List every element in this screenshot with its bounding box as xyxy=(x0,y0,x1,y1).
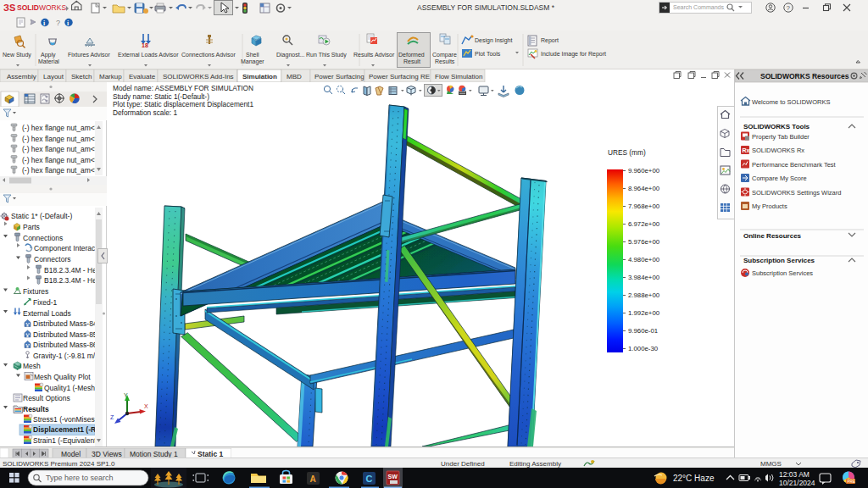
svg-text:SOLIDWORKS Resources: SOLIDWORKS Resources xyxy=(760,72,849,80)
svg-text:1.992e+00: 1.992e+00 xyxy=(628,309,660,317)
svg-text:Flow Simulation: Flow Simulation xyxy=(435,73,482,80)
svg-text:External Loads: External Loads xyxy=(23,309,71,318)
svg-text:Results: Results xyxy=(435,58,455,64)
svg-text:SOLIDWORKS: SOLIDWORKS xyxy=(17,3,66,12)
svg-text:SW: SW xyxy=(388,474,398,480)
svg-text:Static 1: Static 1 xyxy=(198,450,224,458)
svg-text:8.964e+00: 8.964e+00 xyxy=(628,185,660,192)
svg-text:Result Options: Result Options xyxy=(23,394,70,402)
svg-text:Property Tab Builder: Property Tab Builder xyxy=(752,133,810,141)
svg-text:Assembly: Assembly xyxy=(7,73,36,80)
svg-text:SOLIDWORKS Tools: SOLIDWORKS Tools xyxy=(743,123,810,130)
svg-text:Fixed-1: Fixed-1 xyxy=(33,298,58,307)
svg-text:B18.2.3.4M - Hex: B18.2.3.4M - Hex xyxy=(44,276,101,285)
svg-text:Connections Advisor: Connections Advisor xyxy=(181,52,236,58)
svg-text:Results Advisor: Results Advisor xyxy=(353,52,395,58)
svg-text:Component Interactic: Component Interactic xyxy=(34,244,103,252)
svg-text:Parts: Parts xyxy=(23,223,40,231)
svg-text:Simulation: Simulation xyxy=(242,73,277,80)
svg-text:Distributed Mass-85: Distributed Mass-85 xyxy=(33,330,97,339)
svg-text:Performance Benchmark Test: Performance Benchmark Test xyxy=(752,161,837,169)
svg-text:B18.2.3.4M - Hex: B18.2.3.4M - Hex xyxy=(44,266,101,274)
svg-text:Compare My Score: Compare My Score xyxy=(752,175,807,182)
svg-text:Plot Tools: Plot Tools xyxy=(475,51,501,57)
svg-text:MBD: MBD xyxy=(287,73,302,80)
svg-text:Static 1* (-Default-): Static 1* (-Default-) xyxy=(11,212,72,220)
svg-text:Subscription Services: Subscription Services xyxy=(743,257,815,264)
svg-text:(-) hex flange nut_am<9:: (-) hex flange nut_am<9: xyxy=(22,166,101,175)
svg-text:4.980e+00: 4.980e+00 xyxy=(628,256,660,263)
svg-text:External Loads Advisor: External Loads Advisor xyxy=(118,52,179,58)
svg-text:9.960e-01: 9.960e-01 xyxy=(628,327,658,335)
svg-text:Sketch: Sketch xyxy=(71,73,92,80)
svg-text:Manager: Manager xyxy=(241,58,264,65)
svg-text:Layout: Layout xyxy=(43,73,64,80)
svg-text:Stress1 (-vonMises-): Stress1 (-vonMises-) xyxy=(33,415,100,424)
svg-text:1.000e-30: 1.000e-30 xyxy=(628,345,659,352)
svg-text:3D Views: 3D Views xyxy=(92,450,122,458)
svg-text:Rx: Rx xyxy=(743,147,750,153)
svg-text:Mesh: Mesh xyxy=(23,362,41,370)
svg-text:Motion Study 1: Motion Study 1 xyxy=(130,450,178,458)
svg-text:6.972e+00: 6.972e+00 xyxy=(628,220,660,228)
svg-text:(-) hex flange nut_am<9': (-) hex flange nut_am<9' xyxy=(22,145,100,153)
svg-text:Apply: Apply xyxy=(41,52,56,58)
svg-text:Run This Study: Run This Study xyxy=(306,52,347,58)
svg-text:Markup: Markup xyxy=(99,73,122,80)
svg-text:Model: Model xyxy=(61,450,81,458)
svg-text:New Study: New Study xyxy=(3,52,31,58)
svg-text:Type here to search: Type here to search xyxy=(46,474,114,482)
svg-text:Result: Result xyxy=(403,58,420,64)
svg-text:Distributed Mass-86: Distributed Mass-86 xyxy=(33,341,97,349)
svg-text:Gravity-1 (:-9.81 m/s²: Gravity-1 (:-9.81 m/s² xyxy=(33,352,101,360)
svg-text:Diagnost...: Diagnost... xyxy=(276,52,305,58)
svg-text:ЗS: ЗS xyxy=(3,3,15,13)
svg-text:Y: Y xyxy=(124,392,128,398)
svg-text:Distributed Mass-84: Distributed Mass-84 xyxy=(33,319,97,328)
svg-text:SOLIDWORKS Rx: SOLIDWORKS Rx xyxy=(752,147,804,154)
svg-text:Deformation scale: 1: Deformation scale: 1 xyxy=(113,108,177,117)
svg-text:Results: Results xyxy=(23,405,49,413)
svg-text:12:03 AM: 12:03 AM xyxy=(779,470,810,479)
svg-text:Material: Material xyxy=(38,58,59,64)
svg-text:10/21/2024: 10/21/2024 xyxy=(779,479,815,487)
svg-text:Shell: Shell xyxy=(246,52,259,58)
svg-text:Fixtures Advisor: Fixtures Advisor xyxy=(68,52,110,58)
svg-text:URES (mm): URES (mm) xyxy=(608,148,646,157)
svg-text:Quality1 (-Mesh-): Quality1 (-Mesh-) xyxy=(44,384,100,392)
svg-text:Displacement1 (-Re: Displacement1 (-Re xyxy=(33,425,100,434)
svg-text:(-) hex flange nut_am<9;: (-) hex flange nut_am<9; xyxy=(22,156,101,164)
svg-text:C: C xyxy=(366,474,373,484)
svg-text:Online Resources: Online Resources xyxy=(743,232,802,240)
svg-text:Model name: ASSEMBLY FOR SIMUL: Model name: ASSEMBLY FOR SIMULATION xyxy=(113,84,253,92)
svg-text:7.968e+00: 7.968e+00 xyxy=(628,202,660,210)
svg-text:My Products: My Products xyxy=(752,202,787,210)
svg-text:SOLIDWORKS Add-Ins: SOLIDWORKS Add-Ins xyxy=(163,73,234,80)
svg-text:Subscription Services: Subscription Services xyxy=(752,269,813,277)
svg-text:9.960e+00: 9.960e+00 xyxy=(628,167,660,175)
svg-text:Include Image for Report: Include Image for Report xyxy=(541,51,606,58)
svg-text:Mesh Quality Plot: Mesh Quality Plot xyxy=(34,373,91,381)
svg-text:Report: Report xyxy=(541,37,559,44)
svg-text:18: 18 xyxy=(142,42,148,48)
svg-text:Evaluate: Evaluate xyxy=(129,73,156,80)
svg-text:3.984e+00: 3.984e+00 xyxy=(628,274,660,281)
svg-text:Welcome to SOLIDWORKS: Welcome to SOLIDWORKS xyxy=(752,98,830,106)
svg-text:SOLIDWORKS Settings Wizard: SOLIDWORKS Settings Wizard xyxy=(752,189,841,197)
svg-text:Z: Z xyxy=(110,414,114,420)
svg-text:A: A xyxy=(310,474,316,484)
svg-text:Power Surfacing: Power Surfacing xyxy=(314,73,364,80)
svg-text:Study name: Static 1(-Default-: Study name: Static 1(-Default-) xyxy=(113,92,209,101)
svg-text:Compare: Compare xyxy=(432,52,457,58)
svg-text:Power Surfacing RE: Power Surfacing RE xyxy=(369,73,430,80)
svg-text:22°C Haze: 22°C Haze xyxy=(673,474,715,483)
svg-text:Strain1 (-Equivalent-:: Strain1 (-Equivalent-: xyxy=(33,436,101,445)
svg-text:Design Insight: Design Insight xyxy=(475,37,512,44)
svg-text:Deformed: Deformed xyxy=(398,52,425,58)
svg-text:(-) hex flange nut_am<8!: (-) hex flange nut_am<8! xyxy=(22,124,101,132)
svg-text:(-) hex flange nut_am<9(: (-) hex flange nut_am<9( xyxy=(22,135,101,143)
svg-text:X: X xyxy=(144,403,148,409)
svg-text:Fixtures: Fixtures xyxy=(23,287,48,296)
svg-text:Connectors: Connectors xyxy=(34,255,70,263)
svg-text:5.976e+00: 5.976e+00 xyxy=(628,238,660,246)
